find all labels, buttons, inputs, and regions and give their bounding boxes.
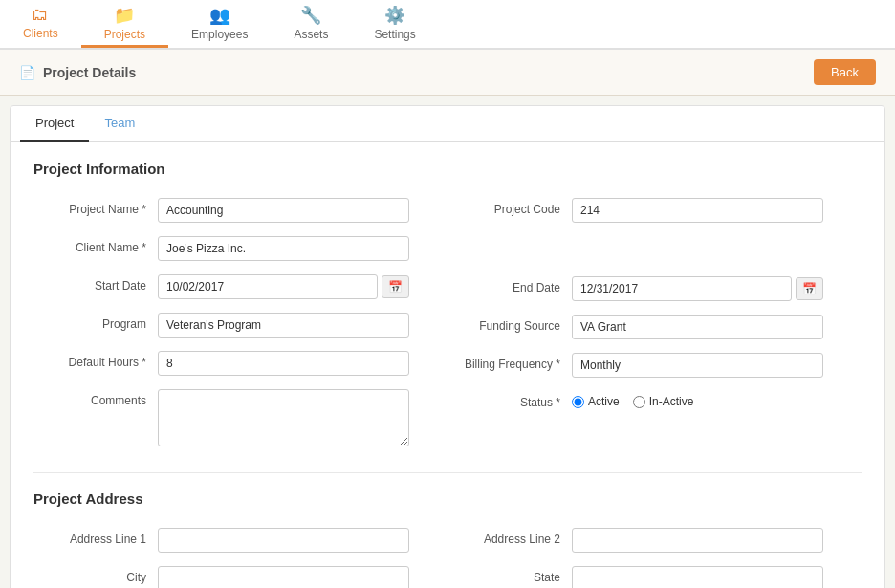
status-inactive-radio[interactable] (633, 396, 645, 408)
employees-icon: 👥 (209, 5, 230, 26)
input-client-name[interactable] (158, 236, 409, 261)
right-column: Project Code End Date (448, 198, 862, 463)
nav-settings[interactable]: ⚙️ Settings (351, 0, 438, 48)
field-program (158, 313, 409, 338)
row-city: City (33, 566, 448, 588)
project-address-grid: Address Line 1 City (33, 528, 862, 588)
field-address-line2 (572, 528, 823, 553)
field-end-date: 📅 (572, 276, 823, 301)
label-billing-frequency: Billing Frequency * (448, 353, 572, 371)
label-project-name: Project Name * (33, 198, 158, 216)
address-right-column: Address Line 2 State (448, 528, 862, 588)
field-project-code (572, 198, 823, 223)
input-state[interactable] (572, 566, 823, 588)
row-comments: Comments (33, 389, 448, 449)
main-content: Project Team Project Information Project… (10, 105, 885, 588)
end-date-calendar-icon[interactable]: 📅 (796, 277, 823, 300)
spacer-1 (448, 236, 862, 276)
field-project-name (158, 198, 409, 223)
page-header-left: 📄 Project Details (19, 65, 136, 80)
page-header: 📄 Project Details Back (0, 50, 895, 96)
label-status: Status * (448, 391, 572, 409)
nav-projects-label: Projects (104, 28, 145, 41)
nav-employees[interactable]: 👥 Employees (168, 0, 271, 48)
input-comments[interactable] (158, 389, 409, 446)
row-state: State (448, 566, 862, 588)
input-address-line1[interactable] (158, 528, 409, 553)
status-active-radio[interactable] (572, 396, 584, 408)
nav-clients[interactable]: 🗂 Clients (0, 0, 81, 48)
settings-icon: ⚙️ (384, 5, 405, 26)
row-default-hours: Default Hours * (33, 351, 448, 376)
form-area: Project Information Project Name * Clien (11, 142, 884, 588)
field-start-date: 📅 (158, 274, 409, 299)
label-end-date: End Date (448, 276, 572, 294)
row-start-date: Start Date 📅 (33, 274, 448, 299)
tab-project[interactable]: Project (20, 106, 89, 142)
label-client-name: Client Name * (33, 236, 158, 254)
left-column: Project Name * Client Name * (33, 198, 448, 463)
label-address-line1: Address Line 1 (33, 528, 158, 546)
input-address-line2[interactable] (572, 528, 823, 553)
input-program[interactable] (158, 313, 409, 338)
address-left-column: Address Line 1 City (33, 528, 448, 588)
label-state: State (448, 566, 572, 584)
field-city (158, 566, 409, 588)
section-project-address-title: Project Address (33, 490, 862, 511)
row-project-code: Project Code (448, 198, 862, 223)
field-address-line1 (158, 528, 409, 553)
clients-icon: 🗂 (32, 5, 49, 25)
row-program: Program (33, 313, 448, 338)
row-status: Status * Active In-Active (448, 391, 862, 409)
input-default-hours[interactable] (158, 351, 409, 376)
row-end-date: End Date 📅 (448, 276, 862, 301)
input-billing-frequency[interactable] (572, 353, 823, 378)
assets-icon: 🔧 (300, 5, 321, 26)
input-funding-source[interactable] (572, 315, 823, 339)
field-status: Active In-Active (572, 391, 823, 408)
row-address-line1: Address Line 1 (33, 528, 448, 553)
field-client-name (158, 236, 409, 261)
field-billing-frequency (572, 353, 823, 378)
nav-employees-label: Employees (191, 28, 248, 41)
row-funding-source: Funding Source (448, 315, 862, 339)
label-address-line2: Address Line 2 (448, 528, 572, 546)
label-funding-source: Funding Source (448, 315, 572, 333)
nav-assets-label: Assets (294, 28, 328, 41)
label-start-date: Start Date (33, 274, 158, 293)
end-date-wrapper: 📅 (572, 276, 823, 301)
top-nav: 🗂 Clients 📁 Projects 👥 Employees 🔧 Asset… (0, 0, 895, 50)
section-divider (33, 472, 862, 473)
label-default-hours: Default Hours * (33, 351, 158, 369)
nav-settings-label: Settings (374, 28, 415, 41)
status-inactive-label[interactable]: In-Active (633, 395, 694, 408)
status-inactive-text: In-Active (649, 395, 694, 408)
nav-assets[interactable]: 🔧 Assets (271, 0, 351, 48)
start-date-calendar-icon[interactable]: 📅 (382, 275, 409, 298)
section-project-info-title: Project Information (33, 161, 862, 181)
status-active-label[interactable]: Active (572, 395, 620, 408)
input-project-name[interactable] (158, 198, 409, 223)
label-project-code: Project Code (448, 198, 572, 216)
row-project-name: Project Name * (33, 198, 448, 223)
label-city: City (33, 566, 158, 584)
tab-team[interactable]: Team (89, 106, 150, 142)
back-button[interactable]: Back (814, 59, 876, 85)
row-client-name: Client Name * (33, 236, 448, 261)
page-title: Project Details (43, 65, 136, 80)
nav-clients-label: Clients (23, 27, 58, 40)
nav-projects[interactable]: 📁 Projects (81, 0, 168, 48)
field-funding-source (572, 315, 823, 339)
input-start-date[interactable] (158, 274, 378, 299)
input-project-code[interactable] (572, 198, 823, 223)
project-info-grid: Project Name * Client Name * (33, 198, 862, 463)
field-default-hours (158, 351, 409, 376)
field-comments (158, 389, 409, 449)
page-header-icon: 📄 (19, 65, 35, 80)
input-city[interactable] (158, 566, 409, 588)
input-end-date[interactable] (572, 276, 792, 301)
projects-icon: 📁 (114, 5, 135, 26)
label-comments: Comments (33, 389, 158, 407)
row-billing-frequency: Billing Frequency * (448, 353, 862, 378)
status-radio-group: Active In-Active (572, 391, 823, 408)
